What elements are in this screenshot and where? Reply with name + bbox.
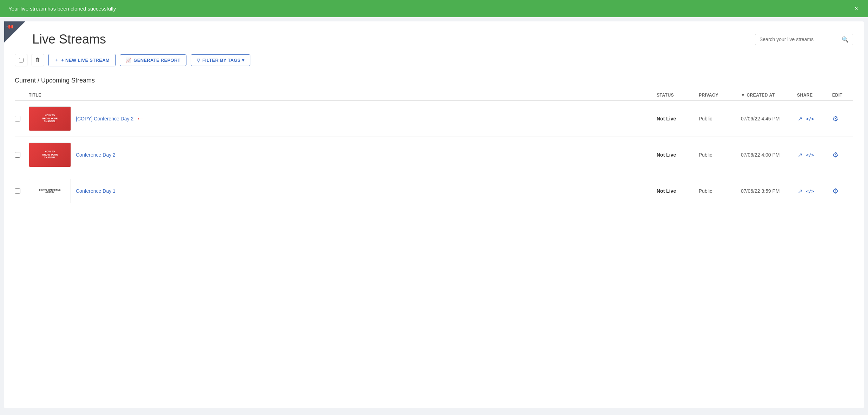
main-container: 📌 Live Streams 🔍 🗑 ＋ + NEW LIVE STREAM 📈… (4, 21, 864, 408)
row1-created: 07/06/22 4:45 PM (741, 116, 797, 121)
section-title: Current / Upcoming Streams (4, 73, 864, 90)
new-stream-icon: ＋ (54, 57, 59, 63)
col-status-header: STATUS (657, 93, 699, 98)
select-all-input[interactable] (19, 58, 24, 62)
trash-icon: 🗑 (35, 57, 41, 63)
row1-status: Not Live (657, 116, 699, 121)
row2-checkbox[interactable] (15, 152, 20, 158)
generate-report-button[interactable]: 📈 GENERATE REPORT (120, 54, 186, 66)
thumb-red-text2: HOW TOGROW YOURCHANNEL (41, 150, 59, 160)
notification-close-button[interactable]: × (853, 5, 860, 12)
col-privacy-header: PRIVACY (699, 93, 741, 98)
row1-thumbnail: HOW TOGROW YOURCHANNEL (29, 106, 71, 131)
row1-share-icons: ↗ </> (797, 115, 832, 123)
generate-report-label: GENERATE REPORT (133, 58, 180, 63)
toolbar: 🗑 ＋ + NEW LIVE STREAM 📈 GENERATE REPORT … (4, 54, 864, 73)
row2-share-button[interactable]: ↗ (797, 151, 803, 159)
row2-title-text: Conference Day 2 (76, 152, 116, 158)
row3-privacy: Public (699, 188, 741, 194)
row1-embed-button[interactable]: </> (806, 116, 814, 121)
notification-message: Your live stream has been cloned success… (8, 6, 116, 12)
delete-button[interactable]: 🗑 (32, 54, 44, 66)
row2-status: Not Live (657, 152, 699, 158)
row3-share-button[interactable]: ↗ (797, 187, 803, 195)
row1-checkbox-cell (15, 116, 29, 121)
row2-title-cell: HOW TOGROW YOURCHANNEL Conference Day 2 (29, 143, 657, 167)
row3-embed-button[interactable]: </> (806, 189, 814, 194)
report-icon: 📈 (126, 58, 131, 63)
notification-bar: Your live stream has been cloned success… (0, 0, 868, 17)
thumb-red-text: HOW TOGROW YOURCHANNEL (41, 113, 59, 124)
page-title: Live Streams (32, 32, 106, 47)
row3-share-icons: ↗ </> (797, 187, 832, 195)
new-stream-label: + NEW LIVE STREAM (61, 58, 110, 63)
row1-checkbox[interactable] (15, 116, 20, 121)
row3-checkbox[interactable] (15, 188, 20, 194)
row3-settings-button[interactable]: ⚙ (832, 187, 839, 195)
row2-privacy: Public (699, 152, 741, 158)
col-title-header: TITLE (29, 93, 99, 98)
thumb-white-text: DIGITAL MARKETINGAGENCY (39, 189, 60, 193)
row3-title-cell: DIGITAL MARKETINGAGENCY Conference Day 1 (29, 179, 657, 203)
row1-title-link[interactable]: [COPY] Conference Day 2 ← (76, 114, 144, 123)
col-share-header: SHARE (797, 93, 832, 98)
table-row: HOW TOGROW YOURCHANNEL [COPY] Conference… (15, 101, 853, 137)
copy-arrow-indicator: ← (136, 114, 144, 123)
select-all-checkbox[interactable] (15, 54, 27, 66)
table-row: HOW TOGROW YOURCHANNEL Conference Day 2 … (15, 137, 853, 173)
row3-title-link[interactable]: Conference Day 1 (76, 188, 116, 194)
row3-created: 07/06/22 3:59 PM (741, 188, 797, 194)
row2-embed-button[interactable]: </> (806, 152, 814, 158)
row2-checkbox-cell (15, 152, 29, 158)
row1-title-text: [COPY] Conference Day 2 (76, 116, 133, 121)
filter-label: FILTER BY TAGS ▾ (202, 58, 244, 63)
page-header: Live Streams 🔍 (4, 21, 864, 54)
row2-settings-button[interactable]: ⚙ (832, 151, 839, 159)
row1-settings-button[interactable]: ⚙ (832, 114, 839, 123)
row1-settings-cell: ⚙ (832, 114, 853, 123)
row1-privacy: Public (699, 116, 741, 121)
row2-thumbnail: HOW TOGROW YOURCHANNEL (29, 143, 71, 167)
sort-arrow: ▼ (741, 93, 745, 98)
row3-thumbnail: DIGITAL MARKETINGAGENCY (29, 179, 71, 203)
row3-title-text: Conference Day 1 (76, 188, 116, 194)
row2-created: 07/06/22 4:00 PM (741, 152, 797, 158)
filter-icon: ▽ (197, 58, 200, 63)
table-container: TITLE STATUS PRIVACY ▼ CREATED AT SHARE … (4, 90, 864, 209)
table-header: TITLE STATUS PRIVACY ▼ CREATED AT SHARE … (15, 90, 853, 101)
new-live-stream-button[interactable]: ＋ + NEW LIVE STREAM (48, 54, 116, 66)
col-created-header: ▼ CREATED AT (741, 93, 797, 98)
row2-share-icons: ↗ </> (797, 151, 832, 159)
col-edit-header: EDIT (832, 93, 853, 98)
row2-title-link[interactable]: Conference Day 2 (76, 152, 116, 158)
filter-by-tags-button[interactable]: ▽ FILTER BY TAGS ▾ (191, 54, 250, 66)
table-row: DIGITAL MARKETINGAGENCY Conference Day 1… (15, 173, 853, 209)
row3-checkbox-cell (15, 188, 29, 194)
search-box: 🔍 (755, 34, 853, 45)
search-icon: 🔍 (842, 36, 849, 43)
row2-settings-cell: ⚙ (832, 151, 853, 159)
row3-settings-cell: ⚙ (832, 187, 853, 195)
search-input[interactable] (760, 37, 842, 42)
row1-share-button[interactable]: ↗ (797, 115, 803, 123)
row3-status: Not Live (657, 188, 699, 194)
row1-title-cell: HOW TOGROW YOURCHANNEL [COPY] Conference… (29, 106, 657, 131)
